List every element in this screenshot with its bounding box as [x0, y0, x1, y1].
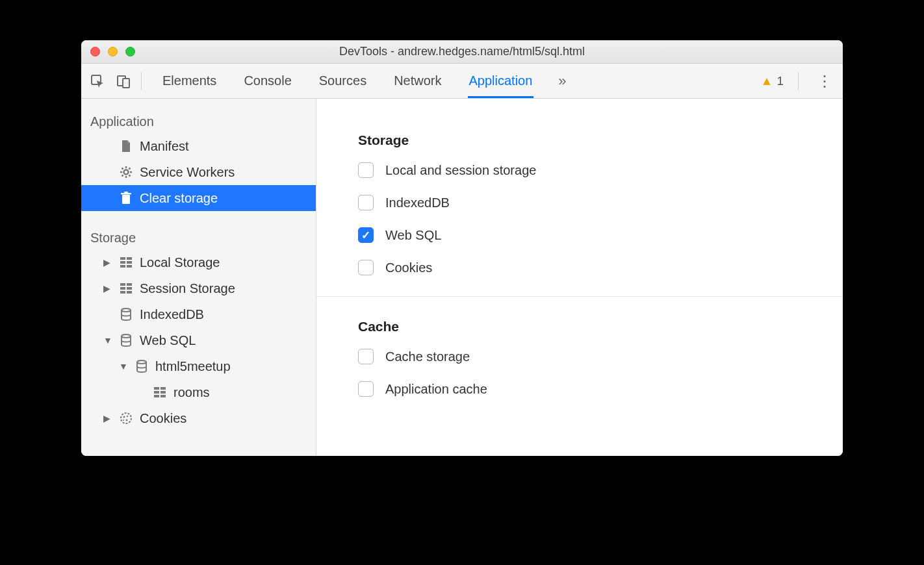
clear-storage-panel: Storage Local and session storage Indexe…: [316, 99, 843, 456]
cache-section: Cache Cache storage Application cache: [316, 297, 843, 418]
checkbox-label: Cookies: [385, 260, 432, 275]
warning-count: 1: [776, 74, 784, 88]
sidebar-item-cookies[interactable]: ▶ Cookies: [81, 405, 316, 431]
storage-section: Storage Local and session storage Indexe…: [316, 99, 843, 297]
device-toolbar-icon[interactable]: [114, 74, 133, 88]
svg-line-10: [129, 168, 130, 170]
svg-point-40: [123, 420, 124, 421]
svg-rect-30: [154, 387, 159, 390]
checkbox-row-cookies: Cookies: [358, 260, 801, 275]
svg-rect-21: [120, 283, 125, 286]
svg-line-11: [122, 175, 123, 176]
svg-point-3: [124, 170, 129, 175]
checkbox-row-app-cache: Application cache: [358, 381, 801, 397]
checkbox-label: Cache storage: [385, 349, 470, 364]
tab-network[interactable]: Network: [392, 64, 443, 98]
tab-sources[interactable]: Sources: [318, 64, 368, 98]
collapse-arrow-icon: ▼: [119, 361, 128, 371]
zoom-window-button[interactable]: [125, 47, 135, 56]
storage-header: Storage: [358, 132, 801, 148]
sidebar-item-label: Web SQL: [140, 333, 316, 348]
checkbox-row-indexeddb: IndexedDB: [358, 195, 801, 210]
svg-rect-26: [127, 291, 132, 294]
tab-elements[interactable]: Elements: [161, 64, 218, 98]
settings-menu-icon[interactable]: ⋮: [813, 73, 836, 89]
expand-arrow-icon: ▶: [103, 413, 112, 423]
checkbox-label: Application cache: [385, 382, 487, 397]
sidebar-item-websql[interactable]: ▼ Web SQL: [81, 327, 316, 353]
sidebar-item-websql-db[interactable]: ▼ html5meetup: [81, 353, 316, 379]
svg-rect-24: [127, 287, 132, 290]
svg-point-27: [122, 308, 131, 312]
svg-line-8: [122, 168, 123, 170]
warnings-badge[interactable]: ▲ 1: [761, 74, 784, 88]
grid-icon: [153, 387, 167, 397]
svg-point-39: [126, 420, 128, 421]
grid-icon: [119, 283, 133, 294]
gear-icon: [119, 166, 133, 179]
tab-console[interactable]: Console: [242, 64, 292, 98]
svg-rect-22: [127, 283, 132, 286]
devtools-tabs: Elements Console Sources Network Applica…: [161, 64, 567, 98]
checkbox-indexeddb[interactable]: [358, 195, 374, 210]
devtools-window: DevTools - andrew.hedges.name/html5/sql.…: [81, 40, 843, 456]
svg-line-9: [129, 175, 130, 176]
minimize-window-button[interactable]: [108, 47, 118, 56]
checkbox-websql[interactable]: [358, 227, 374, 243]
checkbox-row-local-session: Local and session storage: [358, 162, 801, 178]
sidebar-item-label: rooms: [173, 385, 316, 400]
sidebar-item-label: Local Storage: [140, 255, 316, 270]
sidebar-item-indexeddb[interactable]: ▶ IndexedDB: [81, 301, 316, 327]
titlebar: DevTools - andrew.hedges.name/html5/sql.…: [81, 40, 843, 64]
checkbox-cookies[interactable]: [358, 260, 374, 275]
trash-icon: [119, 192, 133, 205]
checkbox-label: Local and session storage: [385, 163, 536, 178]
svg-rect-32: [154, 391, 159, 394]
sidebar-item-service-workers[interactable]: ▶ Service Workers: [81, 159, 316, 185]
cookie-icon: [119, 412, 133, 425]
application-sidebar: Application ▶ Manifest ▶ Service Workers…: [81, 99, 316, 456]
svg-rect-18: [127, 261, 132, 264]
window-title: DevTools - andrew.hedges.name/html5/sql.…: [81, 45, 843, 58]
svg-rect-20: [127, 265, 132, 268]
checkbox-app-cache[interactable]: [358, 381, 374, 397]
svg-rect-34: [154, 395, 159, 397]
sidebar-item-clear-storage[interactable]: ▶ Clear storage: [81, 185, 316, 211]
svg-rect-14: [124, 192, 128, 194]
sidebar-item-manifest[interactable]: ▶ Manifest: [81, 133, 316, 159]
svg-point-28: [122, 334, 131, 338]
svg-rect-15: [120, 257, 125, 260]
svg-rect-31: [160, 387, 166, 390]
grid-icon: [119, 257, 133, 268]
database-icon: [119, 308, 133, 321]
sidebar-item-label: Service Workers: [140, 165, 316, 180]
svg-rect-19: [120, 265, 125, 268]
database-icon: [119, 334, 133, 347]
inspect-element-icon[interactable]: [88, 74, 107, 88]
close-window-button[interactable]: [90, 47, 100, 56]
sidebar-item-session-storage[interactable]: ▶ Session Storage: [81, 275, 316, 301]
svg-rect-25: [120, 291, 125, 294]
main-split: Application ▶ Manifest ▶ Service Workers…: [81, 99, 843, 456]
sidebar-item-websql-table[interactable]: ▶ rooms: [81, 379, 316, 405]
devtools-toolbar: Elements Console Sources Network Applica…: [81, 64, 843, 99]
sidebar-item-label: IndexedDB: [140, 307, 316, 322]
checkbox-label: Web SQL: [385, 228, 441, 243]
svg-point-36: [121, 413, 131, 423]
tab-application[interactable]: Application: [468, 64, 534, 98]
database-icon: [135, 360, 149, 373]
sidebar-group-application: Application: [81, 105, 316, 133]
checkbox-cache-storage[interactable]: [358, 349, 374, 364]
svg-point-38: [127, 416, 128, 417]
svg-point-29: [137, 360, 146, 364]
sidebar-item-local-storage[interactable]: ▶ Local Storage: [81, 249, 316, 275]
document-icon: [119, 140, 133, 153]
more-tabs-icon[interactable]: »: [558, 73, 566, 90]
expand-arrow-icon: ▶: [103, 283, 112, 294]
svg-rect-2: [123, 79, 129, 88]
toolbar-separator: [798, 72, 799, 90]
traffic-lights: [90, 47, 135, 56]
cache-header: Cache: [358, 319, 801, 334]
sidebar-item-label: Cookies: [140, 411, 316, 426]
checkbox-local-session[interactable]: [358, 162, 374, 178]
